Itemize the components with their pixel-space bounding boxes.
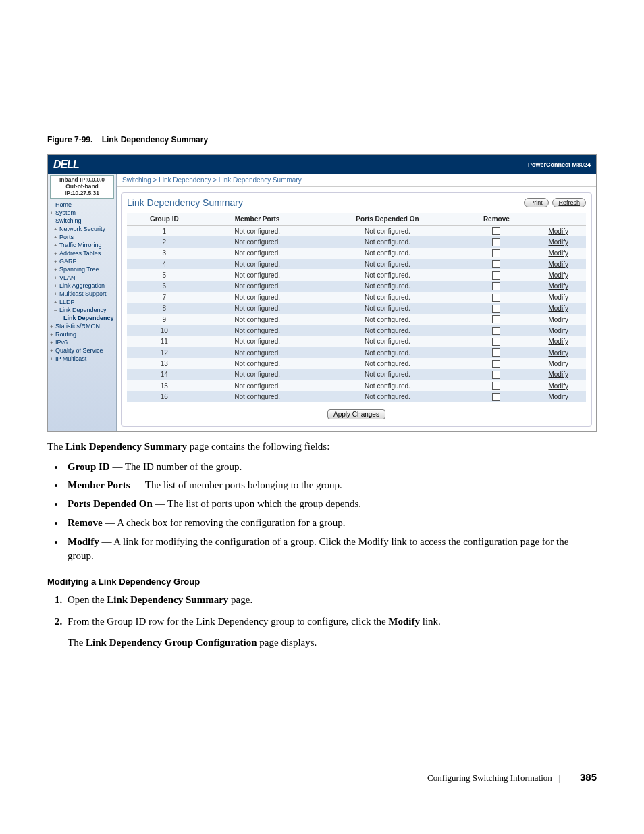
- cell-member-ports: Not configured.: [202, 358, 313, 369]
- sidebar-item[interactable]: Home: [50, 201, 114, 209]
- sidebar-item-label: Home: [55, 201, 72, 208]
- cell-ports-depended: Not configured.: [313, 236, 462, 247]
- modify-link[interactable]: Modify: [548, 338, 568, 345]
- modify-link[interactable]: Modify: [548, 327, 568, 334]
- remove-checkbox[interactable]: [492, 271, 500, 280]
- sidebar-item[interactable]: +Ports: [50, 233, 114, 241]
- modify-link[interactable]: Modify: [548, 271, 568, 279]
- modify-link[interactable]: Modify: [548, 360, 568, 367]
- table-row: 2Not configured.Not configured.Modify: [127, 236, 586, 247]
- remove-checkbox[interactable]: [492, 371, 500, 379]
- remove-checkbox[interactable]: [492, 227, 500, 235]
- sidebar-item[interactable]: +IP Multicast: [50, 355, 114, 363]
- modify-link[interactable]: Modify: [548, 382, 568, 390]
- remove-checkbox[interactable]: [492, 327, 500, 335]
- dell-logo: DELL: [53, 159, 79, 171]
- modify-link[interactable]: Modify: [548, 228, 568, 235]
- remove-checkbox[interactable]: [492, 305, 500, 313]
- sidebar-item[interactable]: +Link Aggregation: [50, 282, 114, 290]
- sidebar-item-label: Statistics/RMON: [55, 323, 100, 330]
- cell-modify: Modify: [531, 281, 586, 292]
- cell-group-id: 16: [127, 391, 202, 402]
- modify-link[interactable]: Modify: [548, 316, 568, 323]
- modify-link[interactable]: Modify: [548, 249, 568, 257]
- cell-ports-depended: Not configured.: [313, 391, 462, 402]
- table-row: 10Not configured.Not configured.Modify: [127, 325, 586, 336]
- remove-checkbox[interactable]: [492, 238, 500, 246]
- sidebar-item[interactable]: +Routing: [50, 330, 114, 338]
- apply-changes-button[interactable]: Apply Changes: [327, 409, 385, 419]
- plus-icon: +: [54, 259, 59, 265]
- remove-checkbox[interactable]: [492, 260, 500, 268]
- sidebar-item[interactable]: +Quality of Service: [50, 346, 114, 355]
- remove-checkbox[interactable]: [492, 348, 500, 357]
- modify-link[interactable]: Modify: [548, 282, 568, 290]
- table-row: 3Not configured.Not configured.Modify: [127, 248, 586, 259]
- cell-ports-depended: Not configured.: [313, 347, 462, 358]
- remove-checkbox[interactable]: [492, 249, 500, 257]
- minus-icon: −: [50, 218, 55, 224]
- modify-link[interactable]: Modify: [548, 305, 568, 312]
- cell-member-ports: Not configured.: [202, 303, 313, 314]
- list-item: Group ID — The ID number of the group.: [65, 460, 597, 475]
- cell-member-ports: Not configured.: [202, 314, 313, 325]
- ip-box: Inband IP:0.0.0.0 Out-of-band IP:10.27.5…: [50, 175, 114, 199]
- plus-icon: +: [50, 210, 55, 216]
- cell-modify: Modify: [531, 248, 586, 259]
- sidebar-item[interactable]: +Address Tables: [50, 249, 114, 257]
- plus-icon: +: [54, 291, 59, 297]
- sidebar-item-label: IP Multicast: [55, 355, 86, 362]
- sidebar-item[interactable]: +System: [50, 209, 114, 217]
- sidebar-item[interactable]: +Network Security: [50, 225, 114, 233]
- body-text: The Link Dependency Summary page contain…: [47, 440, 597, 650]
- sidebar-item[interactable]: Link Dependency: [50, 314, 114, 322]
- page-number: 385: [580, 771, 597, 783]
- sidebar-item[interactable]: +Spanning Tree: [50, 265, 114, 273]
- cell-ports-depended: Not configured.: [313, 226, 462, 237]
- modify-link[interactable]: Modify: [548, 393, 568, 400]
- sidebar-item[interactable]: +Multicast Support: [50, 290, 114, 298]
- table-row: 4Not configured.Not configured.Modify: [127, 259, 586, 269]
- sidebar-item[interactable]: +LLDP: [50, 298, 114, 306]
- modify-link[interactable]: Modify: [548, 238, 568, 246]
- model-label: PowerConnect M8024: [528, 161, 591, 168]
- remove-checkbox[interactable]: [492, 315, 500, 323]
- remove-checkbox[interactable]: [492, 338, 500, 346]
- cell-remove: [462, 358, 531, 369]
- cell-ports-depended: Not configured.: [313, 380, 462, 391]
- cell-member-ports: Not configured.: [202, 269, 313, 280]
- table-row: 14Not configured.Not configured.Modify: [127, 369, 586, 380]
- plus-icon: +: [54, 251, 59, 257]
- plus-icon: +: [54, 299, 59, 305]
- sidebar-item[interactable]: −Link Dependency: [50, 306, 114, 314]
- cell-remove: [462, 226, 531, 237]
- cell-group-id: 4: [127, 259, 202, 269]
- cell-group-id: 13: [127, 358, 202, 369]
- col-remove: Remove: [462, 213, 531, 226]
- remove-checkbox[interactable]: [492, 382, 500, 390]
- cell-group-id: 1: [127, 226, 202, 237]
- cell-modify: Modify: [531, 347, 586, 358]
- modify-link[interactable]: Modify: [548, 261, 568, 268]
- modify-link[interactable]: Modify: [548, 349, 568, 357]
- remove-checkbox[interactable]: [492, 393, 500, 401]
- sidebar-item[interactable]: +Statistics/RMON: [50, 322, 114, 330]
- modify-link[interactable]: Modify: [548, 371, 568, 378]
- sidebar-item[interactable]: −Switching: [50, 217, 114, 225]
- modify-link[interactable]: Modify: [548, 294, 568, 301]
- cell-remove: [462, 248, 531, 259]
- sidebar-item[interactable]: +Traffic Mirroring: [50, 241, 114, 249]
- sidebar-item[interactable]: +IPv6: [50, 338, 114, 346]
- cell-group-id: 5: [127, 269, 202, 280]
- remove-checkbox[interactable]: [492, 282, 500, 290]
- cell-member-ports: Not configured.: [202, 391, 313, 402]
- remove-checkbox[interactable]: [492, 360, 500, 368]
- cell-group-id: 3: [127, 248, 202, 259]
- print-button[interactable]: Print: [524, 198, 549, 207]
- remove-checkbox[interactable]: [492, 294, 500, 302]
- sidebar-item[interactable]: +GARP: [50, 257, 114, 265]
- cell-remove: [462, 314, 531, 325]
- refresh-button[interactable]: Refresh: [552, 198, 586, 207]
- sidebar-item[interactable]: +VLAN: [50, 273, 114, 282]
- step-2: From the Group ID row for the Link Depen…: [65, 615, 597, 651]
